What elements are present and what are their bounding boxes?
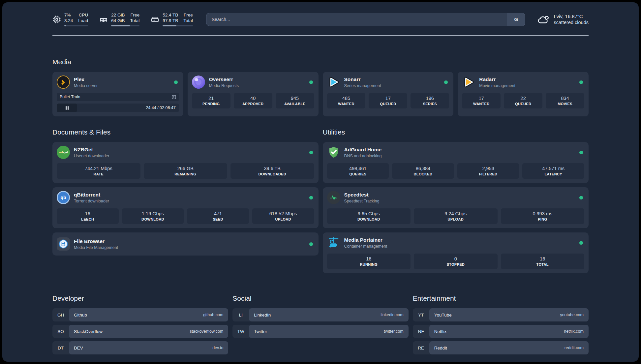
bookmark-url: github.com bbox=[203, 313, 223, 317]
stat-remaining: 266 GBREMAINING bbox=[144, 163, 228, 179]
bookmark-abbr: RE bbox=[413, 341, 429, 354]
bookmark-name: Github bbox=[74, 313, 87, 318]
bookmark-abbr: NF bbox=[413, 325, 429, 338]
service-name: NZBGet bbox=[74, 146, 109, 153]
bookmark-name: LinkedIn bbox=[254, 313, 271, 318]
memory-free-label: Free bbox=[130, 12, 140, 18]
bookmark-dev[interactable]: DT DEVdev.to bbox=[52, 341, 228, 354]
service-description: Speedtest Tracking bbox=[344, 198, 380, 204]
status-dot bbox=[309, 80, 313, 84]
top-bar: 7% 3.24 CPU Load bbox=[52, 12, 589, 26]
qbittorrent-icon: qb bbox=[57, 191, 70, 204]
bookmark-netflix[interactable]: NF Netflixnetflix.com bbox=[413, 325, 589, 338]
speedtest-icon bbox=[327, 191, 340, 204]
stat-blocked: 86,384BLOCKED bbox=[392, 163, 454, 179]
bookmark-name: Reddit bbox=[434, 346, 447, 350]
service-card-plex: Plex Media server Bullet Train 24:44 / 0… bbox=[52, 72, 183, 116]
stat-download: 9.65 GbpsDOWNLOAD bbox=[327, 208, 411, 224]
memory-usage-bar bbox=[111, 25, 139, 26]
service-name: Media Portainer bbox=[344, 237, 387, 243]
service-link-nzbget[interactable]: nzbget NZBGet Usenet downloader bbox=[57, 146, 314, 159]
service-link-plex[interactable]: Plex Media server bbox=[57, 76, 179, 89]
disk-icon bbox=[151, 15, 159, 24]
stat-wanted: 485WANTED bbox=[327, 93, 366, 108]
bookmark-github[interactable]: GH Githubgithub.com bbox=[52, 308, 228, 321]
bookmark-url: reddit.com bbox=[565, 346, 584, 350]
status-dot bbox=[579, 80, 583, 84]
bookmark-stackoverflow[interactable]: SO StackOverflowstackoverflow.com bbox=[52, 325, 228, 338]
bookmark-youtube[interactable]: YT YouTubeyoutube.com bbox=[413, 308, 589, 321]
weather-widget: Lviv, 16.87°C scattered clouds bbox=[537, 13, 589, 26]
service-description: Usenet downloader bbox=[74, 153, 109, 159]
status-dot bbox=[309, 196, 313, 199]
bookmark-group-developer: Developer GH Githubgithub.com SO StackOv… bbox=[52, 294, 228, 354]
pause-icon bbox=[57, 104, 77, 112]
header-divider bbox=[52, 35, 589, 36]
service-link-qbittorrent[interactable]: qb qBittorrent Torrent downloader bbox=[57, 191, 314, 204]
service-card-filebrowser: File Browser Media File Management bbox=[52, 232, 319, 256]
bookmark-url: dev.to bbox=[212, 346, 223, 350]
stat-ping: 0.993 msPING bbox=[501, 208, 585, 224]
stat-total: 16TOTAL bbox=[501, 254, 585, 269]
service-name: qBittorrent bbox=[74, 192, 109, 198]
bookmark-twitter[interactable]: TW Twittertwitter.com bbox=[232, 325, 408, 338]
service-card-nzbget: nzbget NZBGet Usenet downloader 744.21 M… bbox=[52, 142, 319, 183]
search-input[interactable] bbox=[206, 13, 507, 26]
cpu-usage-value: 7% bbox=[64, 12, 73, 18]
disk-resource-widget: 52.4 TB 97.9 TB Free Total bbox=[151, 12, 193, 26]
bookmark-url: stackoverflow.com bbox=[190, 329, 223, 334]
service-card-adguard: AdGuard Home DNS and adblocking 498,461Q… bbox=[323, 142, 589, 183]
playback-progress-bar: 24:44 / 02:06:47 bbox=[57, 104, 179, 112]
stat-available: 945AVAILABLE bbox=[276, 93, 314, 108]
plex-now-playing: Bullet Train 24:44 / 02:06:47 bbox=[57, 93, 179, 112]
service-name: Sonarr bbox=[344, 76, 381, 82]
gear-icon[interactable] bbox=[172, 95, 176, 99]
service-link-filebrowser[interactable]: File Browser Media File Management bbox=[57, 237, 314, 251]
bookmark-url: netflix.com bbox=[564, 329, 584, 334]
service-name: Plex bbox=[74, 76, 98, 82]
service-link-adguard[interactable]: AdGuard Home DNS and adblocking bbox=[327, 146, 585, 159]
search-provider-button[interactable]: G bbox=[507, 13, 525, 26]
bookmark-abbr: DT bbox=[52, 341, 69, 354]
portainer-icon bbox=[327, 236, 340, 249]
cpu-usage-bar bbox=[64, 25, 88, 26]
service-description: Media File Management bbox=[74, 245, 118, 250]
stat-pending: 21PENDING bbox=[192, 93, 230, 108]
service-link-portainer[interactable]: Media Portainer Container management bbox=[327, 236, 585, 249]
service-link-speedtest[interactable]: Speedtest Speedtest Tracking bbox=[327, 191, 585, 204]
bookmark-url: twitter.com bbox=[384, 329, 404, 334]
memory-total-value: 64 GiB bbox=[111, 18, 125, 23]
bookmark-name: YouTube bbox=[434, 313, 452, 318]
cpu-usage-label: CPU bbox=[78, 12, 88, 18]
bookmark-abbr: LI bbox=[232, 308, 249, 321]
service-description: Torrent downloader bbox=[74, 198, 109, 204]
disk-free-value: 52.4 TB bbox=[163, 12, 178, 18]
bookmark-group-social: Social LI LinkedInlinkedin.com TW Twitte… bbox=[232, 294, 408, 354]
bookmark-name: StackOverflow bbox=[74, 329, 103, 334]
service-description: Media server bbox=[74, 83, 98, 88]
section-title-developer: Developer bbox=[52, 294, 228, 302]
playback-time: 24:44 / 02:06:47 bbox=[77, 106, 179, 110]
service-link-radarr[interactable]: Radarr Movie management bbox=[462, 76, 584, 89]
bookmark-abbr: GH bbox=[52, 308, 69, 321]
memory-total-label: Total bbox=[130, 18, 140, 23]
weather-location-temp: Lviv, 16.87°C bbox=[554, 13, 589, 19]
service-link-sonarr[interactable]: Sonarr Series management bbox=[327, 76, 449, 89]
stat-upload: 9.24 GbpsUPLOAD bbox=[414, 208, 498, 224]
bookmark-linkedin[interactable]: LI LinkedInlinkedin.com bbox=[232, 308, 408, 321]
bookmark-reddit[interactable]: RE Redditreddit.com bbox=[413, 341, 589, 354]
disk-total-label: Total bbox=[183, 18, 193, 23]
bookmark-abbr: YT bbox=[413, 308, 429, 321]
service-description: Container management bbox=[344, 244, 387, 249]
dashboard-screen: 7% 3.24 CPU Load bbox=[2, 2, 639, 362]
stat-movies: 834MOVIES bbox=[546, 93, 584, 108]
weather-condition: scattered clouds bbox=[554, 19, 589, 26]
nzbget-icon: nzbget bbox=[57, 146, 70, 159]
service-card-overseerr: Overseerr Media Requests 21PENDING 40APP… bbox=[188, 72, 319, 116]
disk-total-value: 97.9 TB bbox=[163, 18, 178, 23]
memory-icon bbox=[99, 15, 108, 24]
status-dot bbox=[579, 151, 583, 154]
status-dot bbox=[579, 196, 583, 199]
service-card-portainer: Media Portainer Container management 16R… bbox=[323, 232, 589, 273]
service-link-overseerr[interactable]: Overseerr Media Requests bbox=[192, 76, 314, 89]
